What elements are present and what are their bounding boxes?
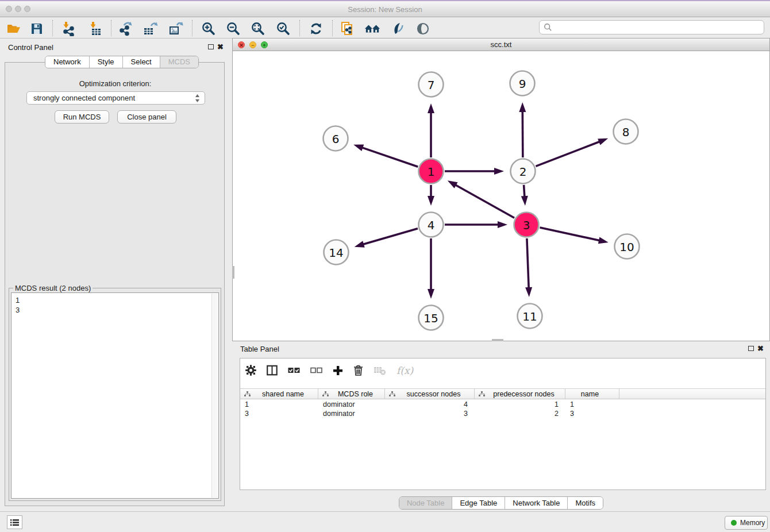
graph-edge-arrowhead bbox=[355, 241, 365, 248]
tab-node-table[interactable]: Node Table bbox=[399, 497, 453, 509]
clone-network-icon[interactable] bbox=[340, 21, 356, 37]
export-table-icon[interactable] bbox=[143, 21, 159, 37]
node-table-container: f(x) shared name MCDS role successor nod… bbox=[240, 358, 766, 490]
zoom-in-icon[interactable] bbox=[201, 21, 217, 37]
show-hide-icon[interactable] bbox=[415, 21, 431, 37]
table-close-icon[interactable]: ✖ bbox=[757, 345, 764, 352]
column-header-mcds-role[interactable]: MCDS role bbox=[318, 389, 385, 399]
zoom-fit-icon[interactable] bbox=[250, 21, 266, 37]
vertical-scroll-thumb[interactable] bbox=[232, 266, 234, 279]
graph-edge[interactable] bbox=[527, 238, 529, 288]
table-cell: 3 bbox=[240, 409, 318, 418]
table-cell: 4 bbox=[385, 400, 475, 409]
import-table-icon[interactable] bbox=[87, 21, 103, 37]
graph-node-label: 9 bbox=[519, 77, 526, 91]
table-panel-title: Table Panel bbox=[240, 345, 279, 353]
column-header-name[interactable]: name bbox=[565, 389, 619, 399]
network-graph: 7968124314101511 bbox=[233, 51, 769, 341]
refresh-view-icon[interactable] bbox=[308, 21, 324, 37]
graph-edge-arrowhead bbox=[428, 289, 434, 299]
task-history-button[interactable] bbox=[7, 515, 22, 529]
memory-label: Memory bbox=[740, 519, 765, 527]
run-mcds-button[interactable]: Run MCDS bbox=[55, 110, 109, 124]
graph-node-label: 3 bbox=[523, 218, 530, 232]
combo-arrows-icon bbox=[195, 94, 200, 103]
mcds-result-title: MCDS result (2 nodes) bbox=[13, 284, 93, 292]
horizontal-scroll-thumb[interactable] bbox=[492, 339, 503, 341]
graph-edge[interactable] bbox=[361, 148, 418, 167]
node-table-body: 1dominator4113dominator323 bbox=[240, 400, 765, 418]
search-icon bbox=[544, 23, 552, 32]
table-header: shared name MCDS role successor nodes pr… bbox=[240, 388, 765, 399]
graph-node-label: 4 bbox=[428, 218, 435, 232]
zoom-out-icon[interactable] bbox=[225, 21, 241, 37]
save-session-icon[interactable] bbox=[29, 21, 45, 37]
close-panel-icon[interactable]: ✖ bbox=[217, 44, 224, 51]
control-panel: Control Panel ✖ Optimization criterion: … bbox=[0, 38, 228, 511]
add-column-icon[interactable] bbox=[333, 365, 343, 377]
zoom-selected-icon[interactable] bbox=[275, 21, 291, 37]
mcds-result-area[interactable]: 1 3 bbox=[11, 292, 219, 499]
import-network-icon[interactable] bbox=[60, 21, 76, 37]
graph-edge[interactable] bbox=[524, 185, 525, 197]
tab-network[interactable]: Network bbox=[45, 56, 90, 68]
table-row[interactable]: 3dominator323 bbox=[240, 409, 765, 418]
graph-edge-arrowhead bbox=[428, 103, 434, 113]
table-toolbar: f(x) bbox=[245, 363, 413, 379]
tab-select[interactable]: Select bbox=[123, 56, 160, 68]
tab-edge-table[interactable]: Edge Table bbox=[452, 497, 505, 509]
table-cell: dominator bbox=[318, 409, 385, 418]
graph-edge-arrowhead bbox=[521, 196, 528, 206]
delete-column-icon[interactable] bbox=[353, 365, 363, 377]
graph-node-label: 15 bbox=[424, 311, 438, 325]
tab-mcds[interactable]: MCDS bbox=[160, 56, 198, 68]
table-float-icon[interactable] bbox=[748, 346, 754, 351]
control-panel-tabs: Network Style Select MCDS bbox=[45, 56, 199, 68]
graph-edge[interactable] bbox=[522, 111, 523, 157]
first-neighbors-icon[interactable] bbox=[364, 21, 380, 37]
column-header-predecessor[interactable]: predecessor nodes bbox=[475, 389, 565, 399]
graph-edge-arrowhead bbox=[598, 237, 609, 244]
result-scrollbar[interactable] bbox=[211, 294, 218, 498]
tab-motifs[interactable]: Motifs bbox=[568, 497, 603, 509]
graph-node-label: 2 bbox=[519, 165, 527, 179]
export-image-icon[interactable] bbox=[168, 21, 184, 37]
close-panel-button[interactable]: Close panel bbox=[117, 110, 176, 124]
graph-node-label: 8 bbox=[622, 125, 630, 139]
table-cell: dominator bbox=[318, 400, 385, 409]
status-bar: Memory bbox=[0, 511, 770, 532]
graph-edge[interactable] bbox=[363, 229, 418, 245]
graph-edge[interactable] bbox=[455, 184, 514, 218]
graph-node-label: 7 bbox=[428, 78, 435, 92]
mcds-result-box: MCDS result (2 nodes) 1 3 bbox=[9, 288, 221, 501]
deselect-all-icon[interactable] bbox=[310, 367, 322, 376]
graph-edge[interactable] bbox=[540, 228, 600, 241]
optimization-select[interactable]: strongly connected component bbox=[26, 91, 205, 105]
network-canvas[interactable]: 7968124314101511 bbox=[233, 51, 769, 341]
network-view-title: scc.txt bbox=[233, 40, 769, 49]
table-cell: 2 bbox=[475, 409, 565, 418]
graph-edge[interactable] bbox=[536, 141, 600, 166]
column-header-successor[interactable]: successor nodes bbox=[385, 389, 475, 399]
memory-status-dot bbox=[731, 520, 737, 526]
gear-icon[interactable] bbox=[245, 365, 256, 377]
float-panel-icon[interactable] bbox=[208, 44, 214, 49]
export-network-icon[interactable] bbox=[118, 21, 134, 37]
function-builder-icon: f(x) bbox=[396, 365, 413, 376]
search-input[interactable] bbox=[539, 20, 764, 34]
column-header-shared-name[interactable]: shared name bbox=[240, 389, 318, 399]
table-panel: Table Panel ✖ f(x) shared name MCDS role… bbox=[232, 342, 770, 511]
open-session-icon[interactable] bbox=[6, 21, 22, 37]
table-tabs: Node Table Edge Table Network Table Moti… bbox=[399, 496, 603, 510]
graph-node-label: 6 bbox=[332, 132, 340, 146]
tab-network-table[interactable]: Network Table bbox=[505, 497, 568, 509]
memory-button[interactable]: Memory bbox=[725, 516, 768, 530]
select-all-icon[interactable] bbox=[288, 367, 300, 376]
tab-style[interactable]: Style bbox=[90, 56, 123, 68]
table-row[interactable]: 1dominator411 bbox=[240, 400, 765, 409]
split-view-icon[interactable] bbox=[267, 365, 278, 377]
table-cell: 3 bbox=[385, 409, 475, 418]
graph-edge-arrowhead bbox=[525, 287, 532, 297]
network-window-titlebar[interactable]: ✕ − + scc.txt bbox=[233, 38, 769, 51]
graphics-details-icon[interactable] bbox=[390, 21, 406, 37]
